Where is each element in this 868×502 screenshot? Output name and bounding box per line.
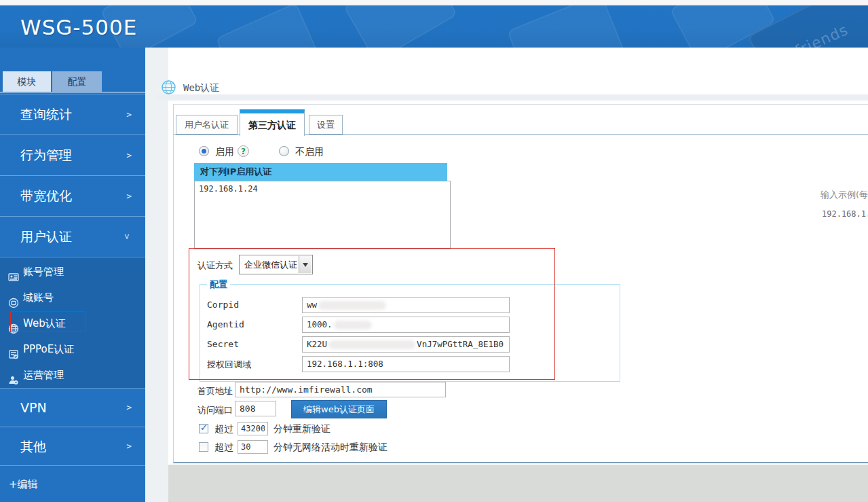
- domain-account-icon: [8, 292, 19, 303]
- corpid-value-prefix: ww: [307, 300, 317, 310]
- tab-settings[interactable]: 设置: [309, 115, 343, 135]
- config-row-callback-domain: 授权回调域 192.168.1.1:808: [200, 356, 620, 372]
- sidebar-item-label: 用户认证: [20, 229, 72, 244]
- radio-enable-label: 启用: [215, 146, 234, 158]
- sidebar-item-label: 其他: [20, 439, 46, 454]
- secret-input[interactable]: K22UVnJ7wPGttRA_8E1B0: [302, 336, 510, 353]
- help-icon[interactable]: ?: [238, 145, 249, 157]
- sidebar-tab-config[interactable]: 配置: [52, 71, 102, 92]
- callback-domain-label: 授权回调域: [207, 359, 251, 371]
- sidebar-item-account-mgmt[interactable]: 账号管理: [0, 259, 145, 285]
- callback-domain-input[interactable]: 192.168.1.1:808: [302, 356, 510, 372]
- content-gutter: [145, 48, 168, 502]
- sidebar-item-label: 账号管理: [23, 266, 64, 278]
- idle-timeout-checkbox-unchecked[interactable]: [199, 442, 208, 452]
- keyboard-texture: [343, 5, 458, 48]
- chevron-right-icon: >: [126, 94, 132, 135]
- idle-timeout-rule-row: 超过 分钟无网络活动时重新验证: [174, 440, 649, 455]
- sidebar-item-label: VPN: [20, 400, 47, 415]
- sidebar-item-edit[interactable]: +编辑: [0, 465, 145, 502]
- config-fieldset: 配置 Corpid ww Agentid 1000. Secret K22UVn…: [200, 284, 620, 382]
- chevron-right-icon: >: [126, 389, 132, 427]
- idle-timeout-minutes-input[interactable]: [238, 440, 268, 454]
- redacted-blur: [328, 340, 415, 349]
- homepage-input[interactable]: [235, 382, 446, 397]
- top-window-strip: [0, 0, 868, 5]
- ip-list-textarea[interactable]: [194, 181, 451, 249]
- sidebar-item-label: 运营管理: [23, 369, 64, 381]
- config-row-secret: Secret K22UVnJ7wPGttRA_8E1B0: [200, 336, 620, 353]
- chevron-down-icon: >: [108, 234, 148, 240]
- globe-icon: [162, 80, 176, 94]
- timeout-prefix: 超过: [214, 423, 233, 435]
- chevron-right-icon: >: [126, 176, 132, 216]
- chevron-right-icon: >: [126, 427, 132, 465]
- keyboard-key-text: friends: [792, 21, 850, 48]
- dropdown-arrow-icon[interactable]: [299, 256, 312, 273]
- secret-value-suffix: VnJ7wPGttRA_8E1B0: [417, 339, 504, 349]
- tab-username-auth[interactable]: 用户名认证: [176, 115, 238, 135]
- auth-method-selected-value: 企业微信认证: [244, 259, 297, 271]
- redacted-blur: [334, 321, 372, 329]
- keyboard-texture: [507, 5, 627, 48]
- timeout-suffix: 分钟重新验证: [273, 423, 331, 435]
- auth-method-select[interactable]: 企业微信认证: [239, 255, 313, 274]
- sidebar-item-label: 查询统计: [20, 107, 72, 122]
- radio-disable[interactable]: [279, 146, 289, 156]
- timeout-checkbox-checked[interactable]: [199, 424, 208, 433]
- sidebar-item-label: 行为管理: [20, 147, 72, 162]
- ip-example-value: 192.168.1.: [822, 209, 868, 219]
- sidebar-item-user-auth[interactable]: 用户认证 >: [0, 216, 145, 257]
- sidebar-item-bandwidth-opt[interactable]: 带宽优化 >: [0, 175, 145, 216]
- sidebar-item-other[interactable]: 其他 >: [0, 427, 145, 465]
- sidebar-item-vpn[interactable]: VPN >: [0, 388, 145, 427]
- chevron-right-icon: >: [126, 135, 132, 175]
- timeout-minutes-input[interactable]: [238, 422, 268, 435]
- sidebar-item-label: Web认证: [23, 317, 66, 329]
- tab-third-party-auth[interactable]: 第三方认证: [240, 109, 305, 136]
- sidebar-item-label: PPPoE认证: [23, 343, 74, 355]
- idle-timeout-prefix: 超过: [214, 442, 233, 454]
- corpid-input[interactable]: ww: [302, 297, 510, 313]
- config-legend: 配置: [207, 279, 230, 291]
- enable-radio-group: 启用 ? 不启用: [174, 145, 581, 159]
- port-label: 访问端口: [197, 404, 233, 416]
- sidebar-item-domain-account[interactable]: 域账号: [0, 285, 145, 310]
- secret-value-prefix: K22U: [307, 339, 327, 349]
- agentid-input[interactable]: 1000.: [302, 317, 510, 333]
- ip-example-note: 输入示例(每: [820, 189, 868, 201]
- config-row-corpid: Corpid ww: [200, 297, 620, 313]
- pppoe-doc-icon: [8, 344, 19, 355]
- config-row-agentid: Agentid 1000.: [200, 317, 620, 333]
- agentid-label: Agentid: [207, 319, 244, 329]
- operator-icon: [8, 370, 19, 380]
- radio-enable[interactable]: [199, 146, 209, 156]
- sidebar-item-pppoe-auth[interactable]: PPPoE认证: [0, 336, 145, 362]
- edit-web-auth-page-button[interactable]: 编辑web认证页面: [291, 400, 387, 418]
- sidebar-item-label: 带宽优化: [20, 188, 72, 203]
- sidebar-tab-module[interactable]: 模块: [3, 71, 51, 92]
- sidebar-item-label: 域账号: [23, 291, 54, 304]
- idle-timeout-suffix: 分钟无网络活动时重新验证: [273, 442, 388, 454]
- sidebar-item-operations-mgmt[interactable]: 运营管理: [0, 362, 145, 388]
- agentid-value-prefix: 1000.: [307, 319, 333, 329]
- account-card-icon: [8, 266, 19, 277]
- callback-domain-value: 192.168.1.1:808: [307, 359, 383, 369]
- sidebar: 模块 配置 查询统计 > 行为管理 > 带宽优化 > 用户认证 > 账号管理 域…: [0, 48, 145, 502]
- app-banner: friends WSG-500E: [0, 5, 868, 48]
- header-divider: [156, 94, 868, 101]
- homepage-label: 首页地址: [197, 385, 233, 397]
- page-title: Web认证: [183, 82, 219, 94]
- sidebar-item-query-stats[interactable]: 查询统计 >: [0, 94, 145, 135]
- radio-disable-label: 不启用: [295, 146, 324, 158]
- sidebar-item-web-auth[interactable]: Web认证: [0, 310, 145, 336]
- port-input[interactable]: [235, 401, 276, 416]
- keyboard-texture: [215, 5, 320, 48]
- sidebar-submenu-user-auth: 账号管理 域账号 Web认证 PPPoE认证 运营管理: [0, 257, 145, 388]
- secret-label: Secret: [207, 339, 239, 349]
- sidebar-item-behavior-mgmt[interactable]: 行为管理 >: [0, 135, 145, 175]
- corpid-label: Corpid: [207, 300, 239, 310]
- auth-method-label: 认证方式: [197, 259, 233, 272]
- footer-bar: [168, 465, 868, 502]
- globe-icon: [8, 318, 19, 329]
